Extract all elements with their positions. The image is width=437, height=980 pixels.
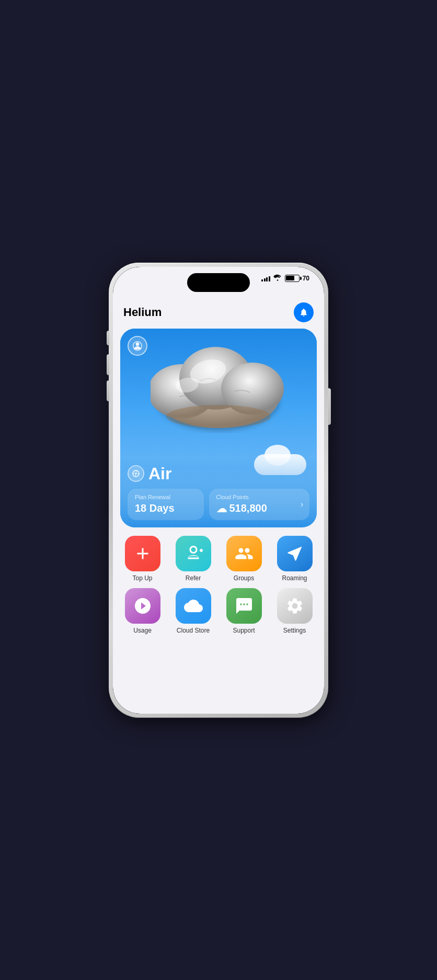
bell-icon: [299, 308, 308, 317]
app-title: Helium: [123, 306, 162, 319]
wifi-icon: [273, 274, 282, 283]
grid-item-support[interactable]: Support: [222, 588, 266, 634]
plan-renewal-card: Plan Renewal 18 Days: [128, 489, 204, 520]
refer-icon-bg: [176, 536, 211, 571]
groups-icon-bg: [226, 536, 262, 571]
power-button[interactable]: [328, 388, 331, 425]
signal-bar-2: [264, 278, 266, 281]
groups-label: Groups: [234, 575, 254, 582]
plan-name: Air: [148, 464, 171, 483]
cloud-icon: ☁: [216, 502, 227, 515]
hero-bottom: Air Plan Renewal 18 Days Cloud Points: [120, 457, 317, 527]
groups-icon: [235, 544, 254, 563]
screen: 70 Helium: [113, 267, 324, 714]
signal-bar-3: [266, 277, 268, 281]
plan-renewal-value: 18 Days: [135, 502, 197, 514]
balloon-cloud: [151, 344, 286, 433]
cloud-balloon-svg: [151, 344, 286, 433]
grid-item-groups[interactable]: Groups: [222, 536, 266, 582]
usage-label: Usage: [133, 627, 152, 634]
profile-icon: [132, 341, 143, 351]
cloud-points-card[interactable]: Cloud Points ☁ 518,800 ›: [209, 489, 310, 520]
dynamic-island: [187, 273, 250, 292]
battery-fill: [286, 276, 294, 280]
support-icon-bg: [226, 588, 262, 624]
app-grid: Top Up Refer Groups: [113, 536, 324, 645]
hero-card-inner: Air Plan Renewal 18 Days Cloud Points: [120, 329, 317, 527]
phone-inner: 70 Helium: [113, 267, 324, 714]
grid-item-cloud-store[interactable]: Cloud Store: [171, 588, 215, 634]
refer-label: Refer: [186, 575, 201, 582]
volume-down-button[interactable]: [107, 380, 109, 401]
phone-frame: 70 Helium: [109, 263, 328, 718]
support-label: Support: [233, 627, 255, 634]
grid-item-usage[interactable]: Usage: [120, 588, 165, 634]
usage-icon: [133, 596, 152, 615]
cloud-store-icon-bg: [176, 588, 211, 624]
plan-name-row: Air: [128, 464, 309, 483]
helium-icon: [131, 469, 141, 478]
top-up-icon-bg: [125, 536, 160, 571]
grid-item-roaming[interactable]: Roaming: [272, 536, 317, 582]
settings-label: Settings: [283, 627, 306, 634]
grid-item-settings[interactable]: Settings: [272, 588, 317, 634]
cloud-points-label: Cloud Points: [216, 494, 303, 500]
roaming-icon: [285, 544, 304, 563]
notification-button[interactable]: [294, 302, 314, 322]
usage-icon-bg: [125, 588, 160, 624]
silent-switch[interactable]: [107, 331, 109, 345]
svg-point-6: [166, 405, 271, 428]
app-header: Helium: [113, 298, 324, 329]
volume-up-button[interactable]: [107, 354, 109, 375]
cloud-store-icon: [184, 596, 203, 615]
hero-profile-icon[interactable]: [128, 336, 147, 356]
settings-icon: [285, 596, 304, 615]
main-content: Helium: [113, 267, 324, 714]
hero-stats: Plan Renewal 18 Days Cloud Points ☁ 518,…: [128, 489, 309, 520]
refer-icon: [184, 544, 203, 563]
settings-icon-bg: [277, 588, 313, 624]
status-icons: 70: [261, 274, 309, 283]
signal-bar-4: [269, 276, 270, 281]
cloud-points-value: ☁ 518,800: [216, 502, 303, 515]
plan-renewal-label: Plan Renewal: [135, 494, 197, 500]
grid-item-refer[interactable]: Refer: [171, 536, 215, 582]
support-icon: [235, 596, 254, 615]
plan-icon: [128, 465, 144, 482]
grid-item-top-up[interactable]: Top Up: [120, 536, 165, 582]
roaming-label: Roaming: [282, 575, 307, 582]
top-up-label: Top Up: [132, 575, 152, 582]
signal-icon: [261, 275, 270, 281]
hero-card: Air Plan Renewal 18 Days Cloud Points: [120, 329, 317, 527]
cloud-store-label: Cloud Store: [177, 627, 210, 634]
roaming-icon-bg: [277, 536, 313, 571]
battery-icon: [285, 275, 300, 282]
battery-label: 70: [303, 275, 309, 282]
svg-point-7: [136, 342, 140, 346]
plus-icon: [133, 544, 152, 563]
chevron-right-icon: ›: [301, 500, 303, 509]
signal-bar-1: [261, 279, 263, 281]
